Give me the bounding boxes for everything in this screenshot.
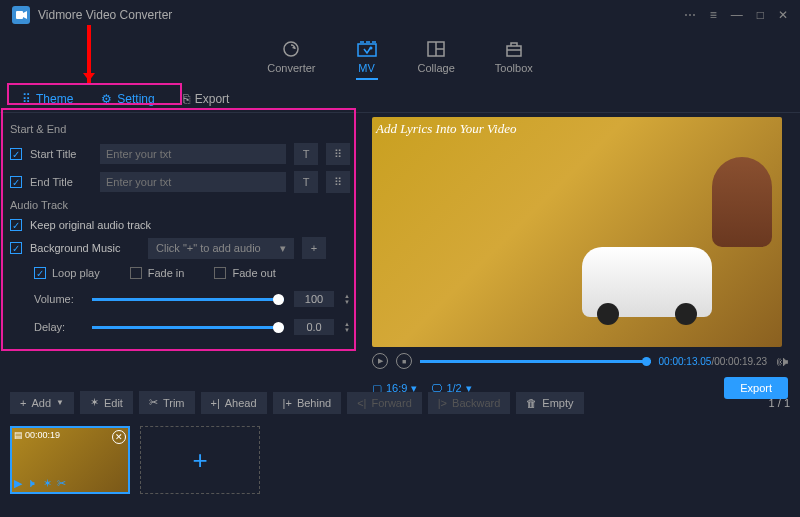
delay-value[interactable]: 0.0 [294, 319, 334, 335]
clip-mute-icon[interactable]: 🕨 [27, 477, 38, 490]
delay-label: Delay: [34, 321, 82, 333]
add-button[interactable]: +Add▼ [10, 392, 74, 414]
theme-icon: ⠿ [22, 92, 31, 106]
delay-spinner[interactable]: ▲▼ [344, 321, 350, 333]
end-title-input[interactable] [100, 172, 286, 192]
add-clip-button[interactable]: + [140, 426, 260, 494]
section-start-end: Start & End [10, 123, 350, 135]
bg-music-label: Background Music [30, 242, 140, 254]
bg-music-dropdown[interactable]: Click "+" to add audio▾ [148, 238, 294, 259]
clip-duration: ▤00:00:19 [14, 430, 60, 440]
progress-slider[interactable] [420, 360, 651, 363]
forward-icon: <| [357, 397, 366, 409]
start-title-font-button[interactable]: T [294, 143, 318, 165]
end-title-opts-button[interactable]: ⠿ [326, 171, 350, 193]
pager: 1 / 1 [769, 397, 790, 409]
export-icon: ⎘ [183, 92, 190, 106]
trim-button[interactable]: ✂Trim [139, 391, 195, 414]
start-title-checkbox[interactable]: ✓ [10, 148, 22, 160]
preview-hand [712, 157, 772, 247]
edit-button[interactable]: ✶Edit [80, 391, 133, 414]
keep-audio-label: Keep original audio track [30, 219, 151, 231]
volume-spinner[interactable]: ▲▼ [344, 293, 350, 305]
clip-trim-icon[interactable]: ✂ [57, 477, 66, 490]
minimize-icon[interactable]: — [731, 8, 743, 22]
svg-point-3 [369, 47, 372, 50]
app-logo [12, 6, 30, 24]
behind-button[interactable]: |+Behind [273, 392, 342, 414]
trash-icon: 🗑 [526, 397, 537, 409]
loop-checkbox[interactable]: ✓ [34, 267, 46, 279]
scissors-icon: ✂ [149, 396, 158, 409]
nav-toolbox[interactable]: Toolbox [495, 40, 533, 80]
nav-mv[interactable]: MV [356, 40, 378, 80]
delay-slider[interactable] [92, 326, 284, 329]
empty-button[interactable]: 🗑Empty [516, 392, 583, 414]
maximize-icon[interactable]: □ [757, 8, 764, 22]
start-title-label: Start Title [30, 148, 92, 160]
volume-value[interactable]: 100 [294, 291, 334, 307]
add-audio-button[interactable]: + [302, 237, 326, 259]
keep-audio-checkbox[interactable]: ✓ [10, 219, 22, 231]
svg-rect-7 [507, 46, 521, 56]
tab-setting[interactable]: ⚙ Setting [87, 86, 168, 112]
clip-remove-button[interactable]: ✕ [112, 430, 126, 444]
wand-icon: ✶ [90, 396, 99, 409]
toolbox-icon [503, 40, 525, 58]
end-title-label: End Title [30, 176, 92, 188]
menu-icon[interactable]: ≡ [710, 8, 717, 22]
plus-icon: + [20, 397, 26, 409]
clip-play-icon[interactable]: ▶ [14, 477, 22, 490]
time-display: 00:00:13.05/00:00:19.23 [659, 356, 767, 367]
preview-car [582, 247, 712, 317]
fadein-checkbox[interactable] [130, 267, 142, 279]
collage-icon [425, 40, 447, 58]
volume-icon[interactable]: 🕪 [775, 354, 788, 369]
clip-thumbnail[interactable]: ▤00:00:19 ✕ ▶ 🕨 ✶ ✂ [10, 426, 130, 494]
bg-music-checkbox[interactable]: ✓ [10, 242, 22, 254]
backward-button[interactable]: |>Backward [428, 392, 511, 414]
ahead-button[interactable]: +|Ahead [201, 392, 267, 414]
fadeout-checkbox[interactable] [214, 267, 226, 279]
video-preview[interactable]: Add Lyrics Into Your Video [372, 117, 782, 347]
start-title-opts-button[interactable]: ⠿ [326, 143, 350, 165]
volume-slider[interactable] [92, 298, 284, 301]
svg-rect-0 [16, 11, 23, 19]
nav-collage[interactable]: Collage [418, 40, 455, 80]
svg-point-1 [284, 42, 298, 56]
start-title-input[interactable] [100, 144, 286, 164]
feedback-icon[interactable]: ⋯ [684, 8, 696, 22]
stop-button[interactable]: ■ [396, 353, 412, 369]
section-audio-track: Audio Track [10, 199, 350, 211]
end-title-font-button[interactable]: T [294, 171, 318, 193]
nav-converter[interactable]: Converter [267, 40, 315, 80]
ahead-icon: +| [211, 397, 220, 409]
tab-export[interactable]: ⎘ Export [169, 86, 244, 112]
volume-label: Volume: [34, 293, 82, 305]
forward-button[interactable]: <|Forward [347, 392, 422, 414]
end-title-checkbox[interactable]: ✓ [10, 176, 22, 188]
mv-icon [356, 40, 378, 58]
close-icon[interactable]: ✕ [778, 8, 788, 22]
preview-overlay-text: Add Lyrics Into Your Video [376, 121, 516, 137]
tab-theme[interactable]: ⠿ Theme [8, 86, 87, 112]
behind-icon: |+ [283, 397, 292, 409]
annotation-arrow [87, 25, 91, 83]
play-button[interactable]: ▶ [372, 353, 388, 369]
clip-edit-icon[interactable]: ✶ [43, 477, 52, 490]
backward-icon: |> [438, 397, 447, 409]
app-title: Vidmore Video Converter [38, 8, 172, 22]
gear-icon: ⚙ [101, 92, 112, 106]
converter-icon [280, 40, 302, 58]
